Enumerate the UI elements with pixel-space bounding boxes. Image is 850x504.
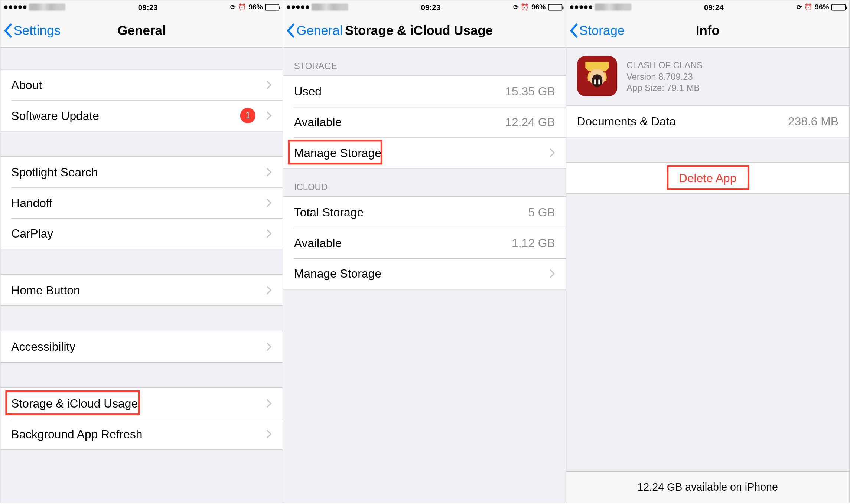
nav-bar: General Storage & iCloud Usage [283,14,566,48]
back-button[interactable]: Settings [1,23,61,38]
chevron-right-icon [549,148,555,157]
battery-percent: 96% [248,3,263,11]
chevron-left-icon [569,23,578,38]
row-total-storage: Total Storage 5 GB [283,197,566,228]
chevron-right-icon [266,285,272,295]
row-label: Home Button [11,284,260,297]
row-about[interactable]: About [1,70,283,101]
chevron-right-icon [266,80,272,89]
svg-rect-3 [593,75,596,78]
row-label: Handoff [11,196,260,210]
screen-storage-icloud: 09:23 ⟳ ⏰ 96% General Storage & iCloud U… [283,1,566,503]
row-label: Spotlight Search [11,166,260,179]
page-title: Storage & iCloud Usage [345,23,493,38]
chevron-right-icon [266,342,272,351]
orientation-lock-icon: ⟳ [513,3,518,11]
row-handoff[interactable]: Handoff [1,187,283,218]
signal-icon [4,5,26,9]
alarm-icon: ⏰ [804,3,812,11]
chevron-right-icon [266,399,272,408]
row-label: CarPlay [11,227,260,240]
status-time: 09:23 [421,3,441,12]
row-value: 12.24 GB [505,115,555,129]
row-available: Available 12.24 GB [283,107,566,138]
chevron-right-icon [266,111,272,120]
row-label: Total Storage [294,206,528,219]
row-label: Manage Storage [294,267,543,281]
delete-app-button[interactable]: Delete App [566,163,849,194]
app-size: App Size: 79.1 MB [626,82,703,92]
svg-rect-6 [598,80,600,85]
row-value: 1.12 GB [512,236,555,250]
row-carplay[interactable]: CarPlay [1,218,283,249]
section-header-icloud: iCloud [283,168,566,196]
orientation-lock-icon: ⟳ [230,3,235,11]
chevron-right-icon [266,167,272,177]
delete-app-label: Delete App [679,171,736,185]
row-home-button[interactable]: Home Button [1,275,283,305]
chevron-right-icon [266,229,272,238]
chevron-right-icon [549,269,555,278]
battery-percent: 96% [815,3,829,11]
update-badge: 1 [240,108,255,123]
nav-bar: Settings General [1,14,283,48]
app-icon [577,56,617,96]
row-value: 238.6 MB [788,115,838,128]
battery-icon [831,4,846,10]
row-storage-icloud[interactable]: Storage & iCloud Usage [1,388,283,419]
row-background-refresh[interactable]: Background App Refresh [1,419,283,449]
row-label: Documents & Data [577,115,788,128]
svg-point-2 [592,74,602,87]
row-label: Storage & iCloud Usage [11,397,260,410]
battery-percent: 96% [531,3,546,11]
app-name: Clash of Clans [626,60,703,70]
status-bar: 09:23 ⟳ ⏰ 96% [1,1,283,14]
back-label: Settings [14,23,61,38]
status-time: 09:24 [704,3,724,12]
nav-bar: Storage Info [566,14,849,48]
row-manage-storage[interactable]: Manage Storage [283,137,566,168]
screen-general: 09:23 ⟳ ⏰ 96% Settings General About Sof… [1,1,284,503]
carrier-blur [29,4,66,11]
row-software-update[interactable]: Software Update 1 [1,100,283,131]
screen-app-info: 09:24 ⟳ ⏰ 96% Storage Info [566,1,849,503]
row-value: 15.35 GB [505,85,555,98]
back-label: Storage [579,23,625,38]
svg-rect-4 [598,75,600,78]
orientation-lock-icon: ⟳ [797,3,802,11]
chevron-right-icon [266,198,272,207]
signal-icon [570,5,592,9]
status-time: 09:23 [138,3,158,12]
row-label: Software Update [11,109,240,122]
row-label: Available [294,115,505,129]
battery-icon [548,4,562,10]
status-bar: 09:24 ⟳ ⏰ 96% [566,1,849,14]
carrier-blur [595,4,631,11]
row-label: About [11,78,260,92]
alarm-icon: ⏰ [238,3,246,11]
chevron-left-icon [286,23,295,38]
back-label: General [296,23,342,38]
storage-footer: 12.24 GB available on iPhone [566,471,849,503]
status-bar: 09:23 ⟳ ⏰ 96% [283,1,566,14]
app-version: Version 8.709.23 [626,71,703,81]
row-used: Used 15.35 GB [283,76,566,107]
row-label: Accessibility [11,340,260,354]
row-icloud-available: Available 1.12 GB [283,228,566,258]
battery-icon [265,4,279,10]
app-info-header: Clash of Clans Version 8.709.23 App Size… [566,48,849,106]
row-label: Manage Storage [294,146,543,160]
alarm-icon: ⏰ [521,3,529,11]
row-label: Used [294,85,505,98]
row-accessibility[interactable]: Accessibility [1,331,283,362]
back-button[interactable]: General [283,23,342,38]
back-button[interactable]: Storage [566,23,625,38]
row-documents-data: Documents & Data 238.6 MB [566,106,849,137]
carrier-blur [312,4,349,11]
row-icloud-manage[interactable]: Manage Storage [283,258,566,289]
row-label: Available [294,236,512,250]
row-value: 5 GB [528,206,555,219]
svg-rect-5 [594,80,596,85]
row-label: Background App Refresh [11,427,260,441]
row-spotlight[interactable]: Spotlight Search [1,157,283,188]
